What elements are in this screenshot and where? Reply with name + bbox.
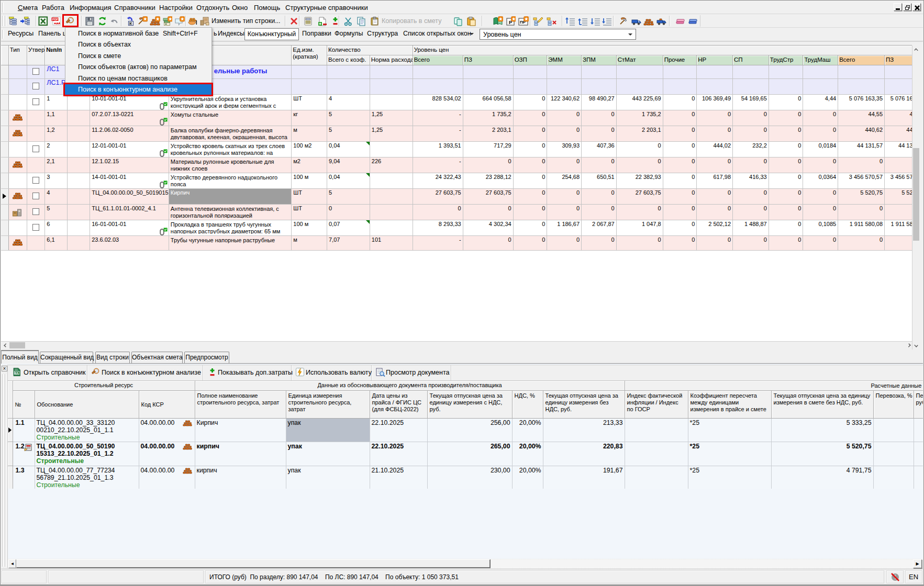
svg-text:КА: КА [15,371,18,375]
svg-text:PDF: PDF [52,18,59,21]
